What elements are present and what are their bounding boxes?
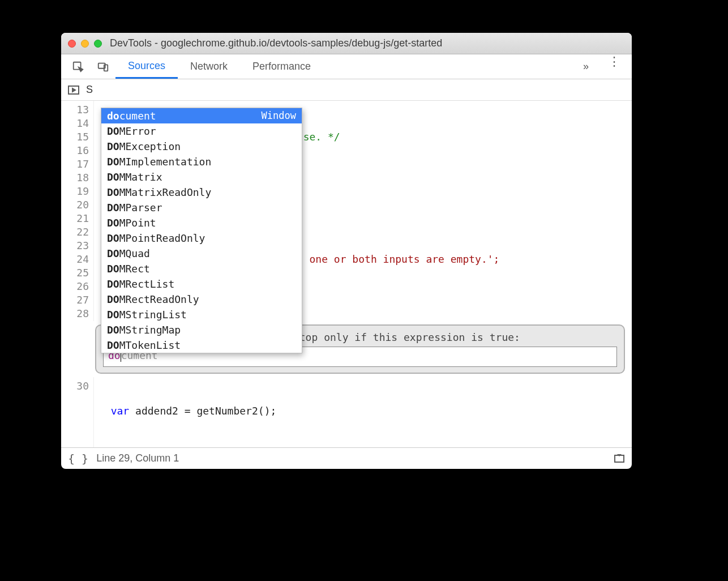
line-gutter: 1314151617181920212223242526272829	[61, 101, 94, 321]
cursor-position: Line 29, Column 1	[96, 452, 179, 464]
autocomplete-type: Window	[262, 110, 296, 122]
devtools-window: DevTools - googlechrome.github.io/devtoo…	[61, 33, 632, 469]
line-gutter: 30	[61, 377, 94, 447]
autocomplete-item[interactable]: DOMError	[101, 123, 302, 139]
autocomplete-item[interactable]: DOMParser	[101, 200, 302, 215]
code-text: getNumber2	[196, 405, 258, 417]
code-after-breakpoint: 30 var addend2 = getNumber2();	[61, 377, 632, 447]
line-number[interactable]: 15	[61, 130, 89, 144]
line-number[interactable]: 22	[61, 225, 89, 239]
statusbar: { } Line 29, Column 1	[61, 447, 632, 469]
sources-panel: S 1314151617181920212223242526272829 ens…	[61, 79, 632, 469]
autocomplete-item[interactable]: DOMStringList	[101, 307, 302, 322]
pretty-print-icon[interactable]: { }	[68, 452, 88, 465]
devtools-menu-icon[interactable]: ⋮	[601, 54, 627, 79]
debugger-step-icon[interactable]	[67, 83, 80, 97]
code-text: var	[111, 405, 130, 417]
line-number[interactable]: 24	[61, 253, 89, 266]
filename-fragment: S	[86, 84, 93, 96]
autocomplete-item[interactable]: DOMMatrix	[101, 169, 302, 185]
inspect-element-icon[interactable]	[66, 54, 91, 79]
line-number[interactable]: 30	[61, 379, 89, 393]
line-number[interactable]: 28	[61, 307, 89, 321]
autocomplete-item[interactable]: DOMQuad	[101, 246, 302, 261]
line-number[interactable]: 13	[61, 103, 89, 117]
tab-network[interactable]: Network	[178, 54, 240, 79]
line-number[interactable]: 23	[61, 239, 89, 253]
autocomplete-item[interactable]: DOMRectList	[101, 276, 302, 292]
line-number[interactable]: 20	[61, 198, 89, 212]
autocomplete-popup[interactable]: documentWindowDOMErrorDOMExceptionDOMImp…	[101, 108, 302, 353]
line-number[interactable]: 25	[61, 266, 89, 280]
autocomplete-item[interactable]: documentWindow	[101, 108, 302, 123]
autocomplete-item[interactable]: DOMStringMap	[101, 322, 302, 338]
window-controls	[68, 40, 102, 48]
autocomplete-item[interactable]: DOMPoint	[101, 215, 302, 230]
autocomplete-item[interactable]: DOMTokenList	[101, 338, 302, 353]
autocomplete-item[interactable]: DOMException	[101, 139, 302, 154]
line-number[interactable]: 21	[61, 212, 89, 225]
line-number[interactable]: 18	[61, 171, 89, 185]
tabs-overflow-button[interactable]: »	[571, 54, 601, 79]
autocomplete-item[interactable]: DOMRectReadOnly	[101, 292, 302, 307]
autocomplete-item[interactable]: DOMImplementation	[101, 154, 302, 169]
device-toolbar-icon[interactable]	[91, 54, 115, 79]
sources-toolbar: S	[61, 79, 632, 101]
line-number[interactable]: 14	[61, 117, 89, 130]
window-title: DevTools - googlechrome.github.io/devtoo…	[110, 37, 442, 49]
devtools-tabs: SourcesNetworkPerformance » ⋮	[61, 54, 632, 79]
autocomplete-item[interactable]: DOMMatrixReadOnly	[101, 185, 302, 200]
line-number[interactable]: 17	[61, 157, 89, 171]
code-text: r: one or both inputs are empty.';	[291, 253, 499, 265]
line-number[interactable]: 26	[61, 280, 89, 293]
minimize-window-button[interactable]	[81, 40, 89, 48]
zoom-window-button[interactable]	[94, 40, 102, 48]
line-number[interactable]: 29	[61, 321, 89, 321]
line-number[interactable]: 27	[61, 293, 89, 307]
autocomplete-item[interactable]: DOMRect	[101, 261, 302, 276]
titlebar: DevTools - googlechrome.github.io/devtoo…	[61, 33, 632, 54]
autocomplete-item[interactable]: DOMPointReadOnly	[101, 230, 302, 246]
show-console-icon[interactable]	[614, 453, 625, 464]
tab-sources[interactable]: Sources	[115, 54, 178, 79]
line-number[interactable]: 16	[61, 144, 89, 157]
tab-performance[interactable]: Performance	[240, 54, 323, 79]
line-number[interactable]: 19	[61, 185, 89, 198]
close-window-button[interactable]	[68, 40, 76, 48]
